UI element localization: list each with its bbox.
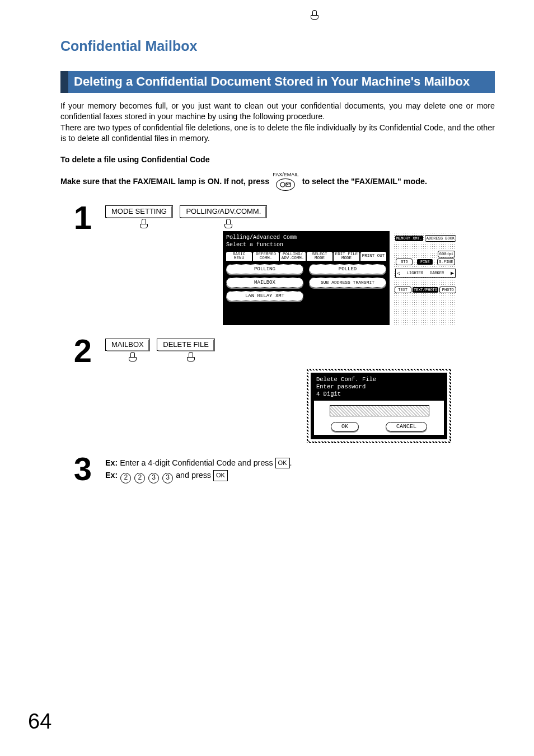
lcd-tab-polling[interactable]: POLLING/ ADV.COMM. — [280, 252, 306, 261]
digit-key-4[interactable]: 3 — [162, 473, 173, 483]
side-darker[interactable]: DARKER — [430, 271, 444, 275]
polling-adv-comm-button[interactable]: POLLING/ADV.COMM. — [180, 205, 267, 219]
delete-conf-dialog: Delete Conf. File Enter password 4 Digit… — [307, 369, 451, 443]
side-fine[interactable]: FINE — [417, 259, 433, 265]
polling-adv-comm-label: POLLING/ADV.COMM. — [180, 205, 267, 218]
lcd-header2: Select a function — [226, 242, 386, 249]
step-2: 2 MAILBOX DELETE FILE Delete Conf. File … — [60, 336, 495, 443]
ex-label-2: Ex: — [105, 471, 118, 480]
lcd-tab-print-out[interactable]: PRINT OUT — [360, 252, 386, 261]
lcd-tab-deferred[interactable]: DEFERRED COMM. — [253, 252, 279, 261]
lcd-func-polling[interactable]: POLLING — [226, 264, 303, 274]
fax-email-icon[interactable]: FAX/EMAIL — [273, 172, 299, 191]
mode-setting-button[interactable]: MODE SETTING — [105, 205, 173, 219]
mailbox-button[interactable]: MAILBOX — [105, 339, 150, 352]
dialog-title: Delete Conf. File Enter password 4 Digit — [314, 375, 444, 400]
side-text[interactable]: TEXT — [395, 287, 411, 293]
lcd-tab-basic-menu[interactable]: BASIC MENU — [226, 252, 252, 261]
mailbox-label: MAILBOX — [105, 339, 150, 351]
lcd-header1: Polling/Advanced Comm — [226, 234, 386, 242]
step-1-number: 1 — [60, 203, 105, 232]
side-std[interactable]: STD — [396, 259, 412, 265]
step-2-number: 2 — [60, 336, 105, 365]
period1: . — [290, 458, 292, 467]
section-title: Deleting a Confidential Document Stored … — [60, 71, 495, 93]
dialog-cancel-button[interactable]: CANCEL — [386, 422, 427, 431]
password-input[interactable] — [330, 405, 429, 416]
lcd-tab-edit-file[interactable]: EDIT FILE MODE — [334, 252, 359, 261]
dialog-ok-button[interactable]: OK — [331, 422, 359, 431]
lcd-func-mailbox[interactable]: MAILBOX — [226, 278, 303, 288]
make-sure-row: Make sure that the FAX/EMAIL lamp is ON.… — [60, 172, 495, 191]
ex-label-1: Ex: — [105, 458, 118, 467]
step-1: 1 MODE SETTING POLLING/ADV.COMM. Polling… — [60, 203, 495, 325]
svg-point-0 — [280, 182, 285, 187]
ok-key-2[interactable]: OK — [213, 470, 228, 481]
intro-text: If your memory becomes full, or you just… — [60, 101, 495, 144]
page-number: 64 — [28, 710, 51, 734]
step3-line1: Enter a 4-digit Confidential Code and pr… — [120, 458, 275, 467]
ok-key-1[interactable]: OK — [275, 458, 290, 469]
digit-key-1[interactable]: 2 — [120, 473, 131, 483]
mode-setting-label: MODE SETTING — [105, 205, 173, 218]
step-3-number: 3 — [60, 454, 105, 483]
lcd-func-lan-relay[interactable]: LAN RELAY XMT — [226, 291, 303, 301]
lcd-tab-select-mode[interactable]: SELECT MODE — [307, 252, 332, 261]
side-photo[interactable]: PHOTO — [440, 287, 456, 293]
lcd-func-polled[interactable]: POLLED — [309, 264, 386, 274]
side-address-book[interactable]: ADDRESS BOOK — [425, 236, 456, 241]
side-s-fine[interactable]: S-FINE — [438, 259, 454, 265]
page-title: Confidential Mailbox — [60, 38, 495, 54]
fax-email-label: FAX/EMAIL — [273, 172, 299, 177]
delete-file-label: DELETE FILE — [157, 339, 215, 351]
lcd-func-sub-address[interactable]: SUB ADDRESS TRANSMIT — [309, 278, 386, 288]
side-lighter[interactable]: LIGHTER — [407, 271, 423, 275]
digit-key-2[interactable]: 2 — [134, 473, 145, 483]
side-text-photo[interactable]: TEXT/PHOTO — [413, 287, 438, 293]
sub-heading: To delete a file using Confidential Code — [60, 155, 495, 164]
side-panel: MEMORY XMT. ADDRESS BOOK 600dpi STD FINE… — [394, 231, 457, 325]
lcd-screen: Polling/Advanced Comm Select a function … — [223, 231, 390, 325]
step3-mid: and press — [176, 471, 213, 480]
step-3: 3 Ex: Enter a 4-digit Confidential Code … — [60, 454, 495, 483]
side-memory-xmt[interactable]: MEMORY XMT. — [395, 236, 423, 241]
digit-key-3[interactable]: 3 — [148, 473, 159, 483]
side-600dpi[interactable]: 600dpi — [438, 251, 455, 257]
make-sure-part1: Make sure that the FAX/EMAIL lamp is ON.… — [60, 177, 269, 186]
make-sure-part2: to select the "FAX/EMAIL" mode. — [302, 177, 427, 186]
delete-file-button[interactable]: DELETE FILE — [157, 339, 215, 352]
